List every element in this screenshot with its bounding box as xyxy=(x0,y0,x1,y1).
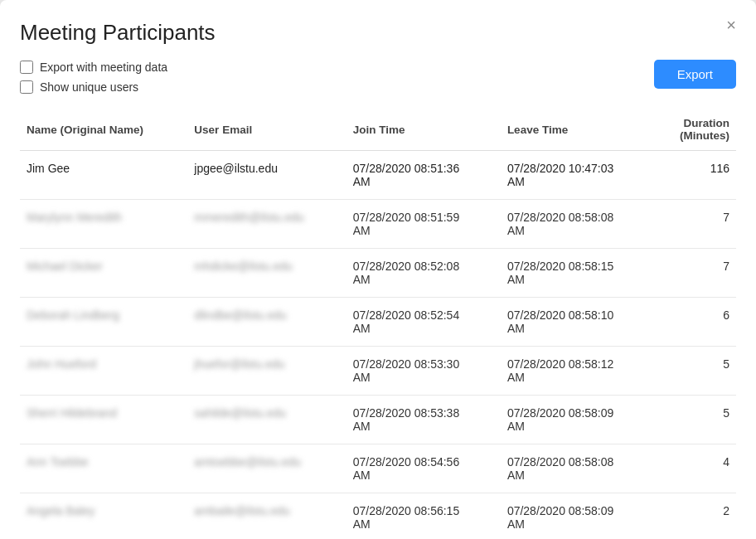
col-name: Name (Original Name) xyxy=(20,109,187,151)
cell-email: jhuefor@ilstu.edu xyxy=(187,347,346,396)
cell-leave_time: 07/28/2020 08:58:15AM xyxy=(501,249,655,298)
cell-leave_time: 07/28/2020 08:58:08AM xyxy=(501,444,655,493)
cell-email: dlindbe@ilstu.edu xyxy=(187,298,346,347)
cell-leave_time: 07/28/2020 10:47:03AM xyxy=(501,151,655,200)
show-unique-users-text: Show unique users xyxy=(40,80,138,94)
table-row: Marylynn Meredithmmeredith@ilstu.edu07/2… xyxy=(20,200,736,249)
cell-duration: 6 xyxy=(655,298,736,347)
close-button[interactable]: × xyxy=(721,15,741,35)
cell-leave_time: 07/28/2020 08:58:08AM xyxy=(501,200,655,249)
cell-email: sahilde@ilstu.edu xyxy=(187,396,346,444)
cell-email: mmeredith@ilstu.edu xyxy=(187,200,346,249)
cell-duration: 4 xyxy=(655,444,736,493)
cell-leave_time: 07/28/2020 08:58:09AM xyxy=(501,396,655,444)
table-row: Angela Baleyambaile@ilstu.edu07/28/2020 … xyxy=(20,493,736,539)
cell-name: Marylynn Meredith xyxy=(20,200,187,249)
cell-leave_time: 07/28/2020 08:58:12AM xyxy=(501,347,655,396)
cell-name: Deborah Lindberg xyxy=(20,298,187,347)
cell-duration: 5 xyxy=(655,396,736,444)
options-row: Export with meeting data Show unique use… xyxy=(20,61,736,94)
cell-email: jpgee@ilstu.edu xyxy=(187,151,346,200)
col-join-time: Join Time xyxy=(346,109,501,151)
cell-email: mhdicke@ilstu.edu xyxy=(187,249,346,298)
cell-name: Sherri Hildebrand xyxy=(20,396,187,444)
cell-join_time: 07/28/2020 08:51:59AM xyxy=(346,200,501,249)
export-meeting-data-label[interactable]: Export with meeting data xyxy=(20,61,736,74)
table-row: Ann Toebbeamtoebbe@ilstu.edu07/28/2020 0… xyxy=(20,444,736,493)
col-duration: Duration(Minutes) xyxy=(655,109,736,151)
cell-join_time: 07/28/2020 08:54:56AM xyxy=(346,444,501,493)
cell-name: Angela Baley xyxy=(20,493,187,539)
cell-duration: 7 xyxy=(655,249,736,298)
col-email: User Email xyxy=(187,109,346,151)
cell-name: Ann Toebbe xyxy=(20,444,187,493)
cell-join_time: 07/28/2020 08:51:36AM xyxy=(346,151,501,200)
cell-join_time: 07/28/2020 08:52:08AM xyxy=(346,249,501,298)
cell-email: amtoebbe@ilstu.edu xyxy=(187,444,346,493)
cell-name: John Hueford xyxy=(20,347,187,396)
export-meeting-data-checkbox[interactable] xyxy=(20,61,33,74)
cell-join_time: 07/28/2020 08:53:30AM xyxy=(346,347,501,396)
table-row: Jim Geejpgee@ilstu.edu07/28/2020 08:51:3… xyxy=(20,151,736,200)
participants-table: Name (Original Name) User Email Join Tim… xyxy=(20,109,736,539)
show-unique-users-checkbox[interactable] xyxy=(20,80,33,94)
col-leave-time: Leave Time xyxy=(501,109,655,151)
export-button[interactable]: Export xyxy=(654,60,736,89)
cell-leave_time: 07/28/2020 08:58:09AM xyxy=(501,493,655,539)
show-unique-users-label[interactable]: Show unique users xyxy=(20,80,736,94)
cell-duration: 7 xyxy=(655,200,736,249)
table-row: Sherri Hildebrandsahilde@ilstu.edu07/28/… xyxy=(20,396,736,444)
modal-container: Meeting Participants × Export with meeti… xyxy=(0,0,756,539)
cell-join_time: 07/28/2020 08:52:54AM xyxy=(346,298,501,347)
cell-name: Michael Dicker xyxy=(20,249,187,298)
table-row: Deborah Lindbergdlindbe@ilstu.edu07/28/2… xyxy=(20,298,736,347)
export-meeting-data-text: Export with meeting data xyxy=(40,61,167,74)
table-header-row: Name (Original Name) User Email Join Tim… xyxy=(20,109,736,151)
cell-email: ambaile@ilstu.edu xyxy=(187,493,346,539)
modal-header: Meeting Participants xyxy=(20,20,736,46)
cell-join_time: 07/28/2020 08:53:38AM xyxy=(346,396,501,444)
table-row: John Huefordjhuefor@ilstu.edu07/28/2020 … xyxy=(20,347,736,396)
table-row: Michael Dickermhdicke@ilstu.edu07/28/202… xyxy=(20,249,736,298)
cell-name: Jim Gee xyxy=(20,151,187,200)
cell-join_time: 07/28/2020 08:56:15AM xyxy=(346,493,501,539)
cell-duration: 116 xyxy=(655,151,736,200)
cell-duration: 5 xyxy=(655,347,736,396)
cell-leave_time: 07/28/2020 08:58:10AM xyxy=(501,298,655,347)
cell-duration: 2 xyxy=(655,493,736,539)
modal-title: Meeting Participants xyxy=(20,20,216,46)
